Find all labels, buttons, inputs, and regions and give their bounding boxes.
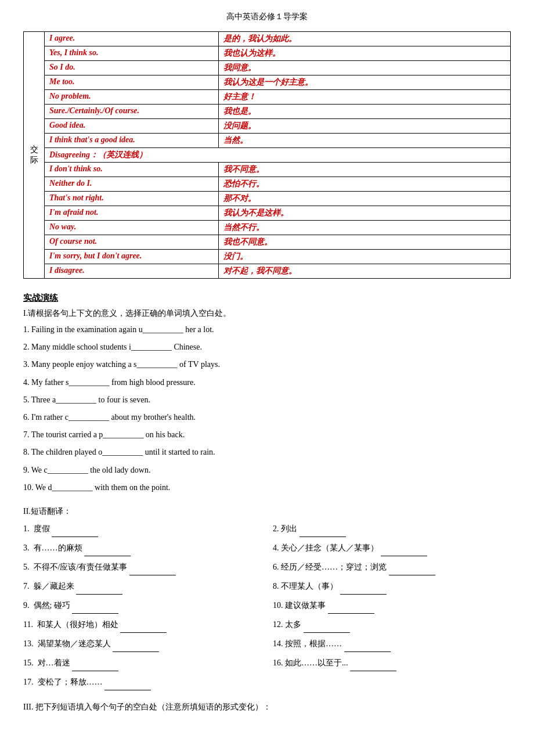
table-row: I disagree.对不起，我不同意。 (24, 264, 511, 279)
zh-phrase: 没问题。 (219, 119, 511, 134)
zh-phrase: 对不起，我不同意。 (219, 264, 511, 279)
table-row: I'm afraid not.我认为不是这样。 (24, 206, 511, 221)
en-phrase: No problem. (45, 90, 219, 105)
phrase-item-right: 6. 经历／经受……；穿过；浏览 (273, 559, 511, 575)
en-phrase: I disagree. (45, 264, 219, 279)
zh-phrase: 当然。 (219, 134, 511, 148)
table-row: 交 际I agree.是的，我认为如此。 (24, 32, 511, 46)
zh-phrase: 我同意。 (219, 61, 511, 75)
phrase-item-left: 5. 不得不/应该/有责任做某事 (23, 559, 261, 575)
exercise-item: 9. We c__________ the old lady down. (23, 463, 511, 477)
phrase-item-right (273, 674, 511, 690)
en-phrase: I think that's a good idea. (45, 134, 219, 148)
phrase-item-left: 7. 躲／藏起来 (23, 578, 261, 595)
page-title: 高中英语必修１导学案 (23, 12, 511, 22)
en-phrase: Good idea. (45, 119, 219, 134)
table-row: So I do.我同意。 (24, 61, 511, 75)
zh-phrase: 我也是。 (219, 105, 511, 119)
table-row: Disagreeing：（英汉连线） (24, 148, 511, 163)
en-phrase: I agree. (45, 32, 219, 46)
table-row: No problem.好主意！ (24, 90, 511, 105)
phrase-item-left: 3. 有……的麻烦 (23, 539, 261, 556)
zh-phrase: 当然不行。 (219, 221, 511, 235)
exercise-item: 4. My father s__________ from high blood… (23, 375, 511, 390)
section2-title: II.短语翻译： (23, 506, 511, 517)
phrase-item-right: 14. 按照，根据…… (273, 635, 511, 652)
section3-title: III. 把下列短语填入每个句子的空白处（注意所填短语的形式变化）： (23, 702, 511, 712)
exercise-item: 3. Many people enjoy watching a s_______… (23, 357, 511, 372)
en-phrase: I don't think so. (45, 163, 219, 177)
exercise-item: 2. Many middle school students i________… (23, 340, 511, 354)
phrase-item-right: 10. 建议做某事 (273, 597, 511, 614)
en-phrase: That's not right. (45, 192, 219, 206)
table-row: I don't think so.我不同意。 (24, 163, 511, 177)
table-row: Good idea.没问题。 (24, 119, 511, 134)
zh-phrase: 恐怕不行。 (219, 177, 511, 192)
zh-phrase: 我不同意。 (219, 163, 511, 177)
exercise-item: 5. Three a__________ to four is seven. (23, 393, 511, 407)
phrase-item-right: 4. 关心／挂念（某人／某事） (273, 539, 511, 556)
zh-phrase: 我认为不是这样。 (219, 206, 511, 221)
zh-phrase: 我也不同意。 (219, 235, 511, 250)
table-row: I'm sorry, but I don't agree.没门。 (24, 250, 511, 264)
phrase-item-left: 13. 渴望某物／迷恋某人 (23, 635, 261, 652)
vocab-table: 交 际I agree.是的，我认为如此。Yes, I think so.我也认为… (23, 31, 511, 279)
section-label: Disagreeing：（英汉连线） (45, 148, 511, 163)
en-phrase: I'm sorry, but I don't agree. (45, 250, 219, 264)
phrase-item-left: 11. 和某人（很好地）相处 (23, 616, 261, 633)
exercise-item: 1. Failing in the examination again u___… (23, 322, 511, 337)
zh-phrase: 没门。 (219, 250, 511, 264)
table-row: Sure./Certainly./Of course.我也是。 (24, 105, 511, 119)
phrase-item-right: 12. 太多 (273, 616, 511, 633)
table-row: No way.当然不行。 (24, 221, 511, 235)
phrase-item-left: 15. 对…着迷 (23, 654, 261, 671)
en-phrase: Of course not. (45, 235, 219, 250)
section1-title: 实战演练 (23, 293, 511, 304)
en-phrase: No way. (45, 221, 219, 235)
category-cell: 交 际 (24, 32, 45, 279)
phrase-item-left: 17. 变松了；释放…… (23, 674, 261, 690)
zh-phrase: 那不对。 (219, 192, 511, 206)
phrase-item-right: 2. 列出 (273, 520, 511, 537)
zh-phrase: 我认为这是一个好主意。 (219, 75, 511, 90)
en-phrase: Sure./Certainly./Of course. (45, 105, 219, 119)
exercise-item: 8. The children played o__________ until… (23, 445, 511, 459)
exercise-item: 10. We d__________ with them on the poin… (23, 480, 511, 495)
section1-intro: I.请根据各句上下文的意义，选择正确的单词填入空白处。 (23, 308, 511, 319)
table-row: Yes, I think so.我也认为这样。 (24, 46, 511, 61)
zh-phrase: 我也认为这样。 (219, 46, 511, 61)
table-row: Neither do I.恐怕不行。 (24, 177, 511, 192)
phrase-item-left: 9. 偶然; 碰巧 (23, 597, 261, 614)
zh-phrase: 好主意！ (219, 90, 511, 105)
en-phrase: I'm afraid not. (45, 206, 219, 221)
exercise-item: 7. The tourist carried a p__________ on … (23, 427, 511, 442)
table-row: Me too.我认为这是一个好主意。 (24, 75, 511, 90)
phrase-item-right: 8. 不理某人（事） (273, 578, 511, 595)
table-row: I think that's a good idea.当然。 (24, 134, 511, 148)
en-phrase: So I do. (45, 61, 219, 75)
en-phrase: Me too. (45, 75, 219, 90)
zh-phrase: 是的，我认为如此。 (219, 32, 511, 46)
en-phrase: Yes, I think so. (45, 46, 219, 61)
section2-block: II.短语翻译： 1. 度假 2. 列出 3. 有……的麻烦 4. 关心／挂念（… (23, 506, 511, 690)
phrase-item-right: 16. 如此……以至于... (273, 654, 511, 671)
table-row: That's not right.那不对。 (24, 192, 511, 206)
section1-block: 实战演练 I.请根据各句上下文的意义，选择正确的单词填入空白处。 1. Fail… (23, 293, 511, 495)
exercise-item: 6. I'm rather c__________ about my broth… (23, 410, 511, 424)
phrase-item-left: 1. 度假 (23, 520, 261, 537)
en-phrase: Neither do I. (45, 177, 219, 192)
table-row: Of course not.我也不同意。 (24, 235, 511, 250)
section3-block: III. 把下列短语填入每个句子的空白处（注意所填短语的形式变化）： (23, 702, 511, 712)
